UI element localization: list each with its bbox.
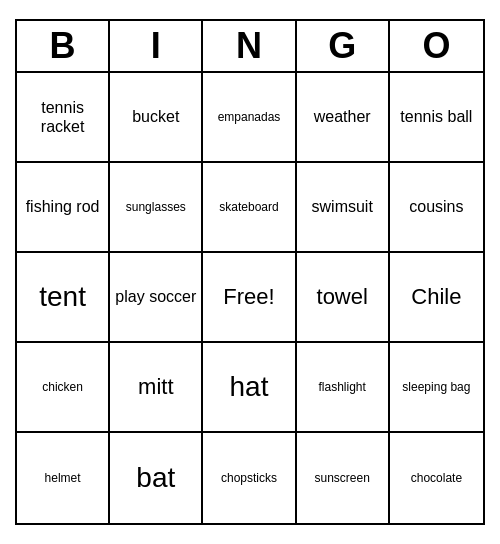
cell-text: swimsuit: [312, 197, 373, 216]
header-letter: I: [110, 21, 203, 71]
bingo-cell[interactable]: play soccer: [110, 253, 203, 343]
cell-text: bucket: [132, 107, 179, 126]
cell-text: chopsticks: [221, 471, 277, 485]
header-letter: B: [17, 21, 110, 71]
bingo-cell[interactable]: fishing rod: [17, 163, 110, 253]
bingo-cell[interactable]: tent: [17, 253, 110, 343]
bingo-header: BINGO: [17, 21, 483, 73]
bingo-cell[interactable]: cousins: [390, 163, 483, 253]
bingo-grid: tennis racketbucketempanadasweathertenni…: [17, 73, 483, 523]
bingo-cell[interactable]: towel: [297, 253, 390, 343]
cell-text: sleeping bag: [402, 380, 470, 394]
bingo-cell[interactable]: chopsticks: [203, 433, 296, 523]
cell-text: chocolate: [411, 471, 462, 485]
bingo-cell[interactable]: empanadas: [203, 73, 296, 163]
cell-text: bat: [136, 461, 175, 495]
cell-text: tennis ball: [400, 107, 472, 126]
bingo-cell[interactable]: swimsuit: [297, 163, 390, 253]
bingo-cell[interactable]: sleeping bag: [390, 343, 483, 433]
cell-text: cousins: [409, 197, 463, 216]
bingo-cell[interactable]: helmet: [17, 433, 110, 523]
bingo-cell[interactable]: Free!: [203, 253, 296, 343]
cell-text: chicken: [42, 380, 83, 394]
header-letter: G: [297, 21, 390, 71]
bingo-cell[interactable]: skateboard: [203, 163, 296, 253]
cell-text: weather: [314, 107, 371, 126]
cell-text: helmet: [45, 471, 81, 485]
header-letter: O: [390, 21, 483, 71]
bingo-cell[interactable]: bucket: [110, 73, 203, 163]
bingo-cell[interactable]: chicken: [17, 343, 110, 433]
cell-text: sunscreen: [315, 471, 370, 485]
bingo-card: BINGO tennis racketbucketempanadasweathe…: [15, 19, 485, 525]
header-letter: N: [203, 21, 296, 71]
cell-text: towel: [317, 284, 368, 310]
cell-text: skateboard: [219, 200, 278, 214]
bingo-cell[interactable]: flashlight: [297, 343, 390, 433]
cell-text: tennis racket: [21, 98, 104, 136]
bingo-cell[interactable]: sunscreen: [297, 433, 390, 523]
cell-text: mitt: [138, 374, 173, 400]
bingo-cell[interactable]: tennis racket: [17, 73, 110, 163]
bingo-cell[interactable]: hat: [203, 343, 296, 433]
bingo-cell[interactable]: chocolate: [390, 433, 483, 523]
bingo-cell[interactable]: tennis ball: [390, 73, 483, 163]
cell-text: flashlight: [319, 380, 366, 394]
bingo-cell[interactable]: Chile: [390, 253, 483, 343]
cell-text: sunglasses: [126, 200, 186, 214]
bingo-cell[interactable]: sunglasses: [110, 163, 203, 253]
bingo-cell[interactable]: bat: [110, 433, 203, 523]
cell-text: Chile: [411, 284, 461, 310]
bingo-cell[interactable]: weather: [297, 73, 390, 163]
cell-text: empanadas: [218, 110, 281, 124]
cell-text: fishing rod: [26, 197, 100, 216]
cell-text: hat: [230, 370, 269, 404]
bingo-cell[interactable]: mitt: [110, 343, 203, 433]
cell-text: play soccer: [115, 287, 196, 306]
cell-text: tent: [39, 280, 86, 314]
cell-text: Free!: [223, 284, 274, 310]
